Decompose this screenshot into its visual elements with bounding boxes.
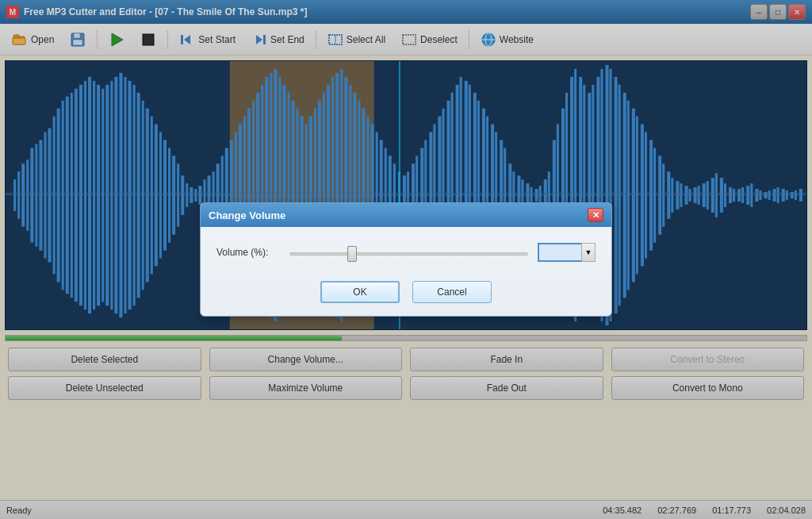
volume-slider[interactable] <box>289 252 528 256</box>
dialog-buttons: OK Cancel <box>216 281 596 303</box>
ok-button[interactable]: OK <box>320 281 400 303</box>
dialog-body: Volume (%): 50 ▼ OK Cancel <box>201 227 611 316</box>
dialog-title: Change Volume <box>209 210 588 221</box>
modal-overlay: Change Volume ✕ Volume (%): 50 ▼ OK Canc… <box>0 0 812 519</box>
dialog-title-bar: Change Volume ✕ <box>201 203 611 227</box>
volume-label: Volume (%): <box>216 247 280 258</box>
change-volume-dialog: Change Volume ✕ Volume (%): 50 ▼ OK Canc… <box>200 202 612 317</box>
dialog-close-button[interactable]: ✕ <box>588 208 603 222</box>
volume-input[interactable]: 50 <box>538 243 581 262</box>
volume-control-row: Volume (%): 50 ▼ <box>216 243 596 262</box>
volume-dropdown-button[interactable]: ▼ <box>581 243 596 262</box>
volume-input-group: 50 ▼ <box>538 243 596 262</box>
cancel-button[interactable]: Cancel <box>412 281 492 303</box>
volume-slider-container <box>289 247 528 258</box>
